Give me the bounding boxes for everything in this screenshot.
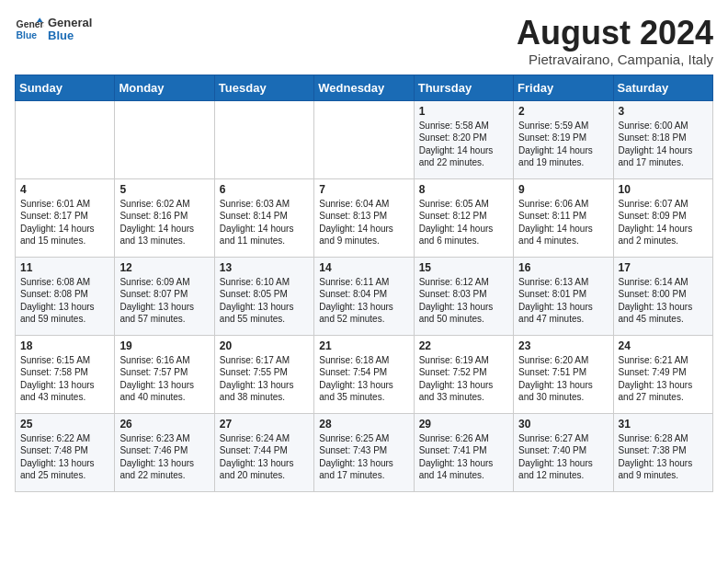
calendar-cell: 31Sunrise: 6:28 AM Sunset: 7:38 PM Dayli… bbox=[613, 413, 712, 491]
day-number: 6 bbox=[220, 183, 309, 196]
cell-content: Sunrise: 6:05 AM Sunset: 8:12 PM Dayligh… bbox=[419, 198, 508, 247]
cell-content: Sunrise: 6:06 AM Sunset: 8:11 PM Dayligh… bbox=[518, 198, 608, 247]
cell-content: Sunrise: 5:59 AM Sunset: 8:19 PM Dayligh… bbox=[518, 120, 608, 169]
day-number: 1 bbox=[419, 105, 508, 118]
day-number: 25 bbox=[20, 418, 109, 431]
calendar-cell: 18Sunrise: 6:15 AM Sunset: 7:58 PM Dayli… bbox=[16, 335, 115, 413]
calendar-cell bbox=[214, 100, 313, 178]
calendar-cell: 20Sunrise: 6:17 AM Sunset: 7:55 PM Dayli… bbox=[214, 335, 313, 413]
calendar-cell: 6Sunrise: 6:03 AM Sunset: 8:14 PM Daylig… bbox=[214, 178, 313, 257]
calendar-cell: 12Sunrise: 6:09 AM Sunset: 8:07 PM Dayli… bbox=[115, 257, 214, 335]
calendar-week-row: 1Sunrise: 5:58 AM Sunset: 8:20 PM Daylig… bbox=[16, 100, 713, 178]
cell-content: Sunrise: 6:21 AM Sunset: 7:49 PM Dayligh… bbox=[619, 354, 708, 404]
logo-text-general: General bbox=[48, 17, 92, 29]
cell-content: Sunrise: 6:25 AM Sunset: 7:43 PM Dayligh… bbox=[319, 432, 408, 482]
calendar-cell: 29Sunrise: 6:26 AM Sunset: 7:41 PM Dayli… bbox=[414, 413, 513, 491]
cell-content: Sunrise: 6:28 AM Sunset: 7:38 PM Dayligh… bbox=[619, 432, 708, 482]
day-number: 19 bbox=[119, 339, 209, 352]
day-number: 8 bbox=[419, 183, 508, 196]
day-number: 12 bbox=[119, 261, 209, 274]
weekday-header-row: SundayMondayTuesdayWednesdayThursdayFrid… bbox=[16, 75, 713, 100]
day-number: 7 bbox=[319, 183, 408, 196]
calendar-cell: 17Sunrise: 6:14 AM Sunset: 8:00 PM Dayli… bbox=[613, 257, 712, 335]
day-number: 14 bbox=[319, 261, 408, 274]
day-number: 23 bbox=[518, 339, 608, 352]
calendar-cell: 9Sunrise: 6:06 AM Sunset: 8:11 PM Daylig… bbox=[514, 178, 613, 257]
day-number: 9 bbox=[518, 183, 608, 196]
calendar-cell: 23Sunrise: 6:20 AM Sunset: 7:51 PM Dayli… bbox=[514, 335, 613, 413]
cell-content: Sunrise: 6:23 AM Sunset: 7:46 PM Dayligh… bbox=[119, 432, 209, 482]
cell-content: Sunrise: 6:08 AM Sunset: 8:08 PM Dayligh… bbox=[20, 276, 109, 326]
calendar-cell: 13Sunrise: 6:10 AM Sunset: 8:05 PM Dayli… bbox=[214, 257, 313, 335]
weekday-header-monday: Monday bbox=[115, 75, 214, 100]
calendar-cell: 7Sunrise: 6:04 AM Sunset: 8:13 PM Daylig… bbox=[314, 178, 414, 257]
calendar-cell: 3Sunrise: 6:00 AM Sunset: 8:18 PM Daylig… bbox=[613, 100, 712, 178]
day-number: 22 bbox=[419, 339, 508, 352]
calendar-cell: 11Sunrise: 6:08 AM Sunset: 8:08 PM Dayli… bbox=[16, 257, 115, 335]
day-number: 4 bbox=[20, 183, 109, 196]
calendar-cell: 19Sunrise: 6:16 AM Sunset: 7:57 PM Dayli… bbox=[115, 335, 214, 413]
day-number: 13 bbox=[220, 261, 309, 274]
day-number: 16 bbox=[518, 261, 608, 274]
calendar-cell: 8Sunrise: 6:05 AM Sunset: 8:12 PM Daylig… bbox=[414, 178, 513, 257]
cell-content: Sunrise: 6:14 AM Sunset: 8:00 PM Dayligh… bbox=[619, 276, 708, 326]
calendar-cell: 2Sunrise: 5:59 AM Sunset: 8:19 PM Daylig… bbox=[514, 100, 613, 178]
day-number: 29 bbox=[419, 418, 508, 431]
calendar-cell: 28Sunrise: 6:25 AM Sunset: 7:43 PM Dayli… bbox=[314, 413, 414, 491]
calendar-cell: 30Sunrise: 6:27 AM Sunset: 7:40 PM Dayli… bbox=[514, 413, 613, 491]
day-number: 17 bbox=[619, 261, 708, 274]
calendar-cell: 15Sunrise: 6:12 AM Sunset: 8:03 PM Dayli… bbox=[414, 257, 513, 335]
cell-content: Sunrise: 6:11 AM Sunset: 8:04 PM Dayligh… bbox=[319, 276, 408, 326]
calendar-cell bbox=[115, 100, 214, 178]
weekday-header-wednesday: Wednesday bbox=[314, 75, 414, 100]
logo-text-blue: Blue bbox=[48, 29, 92, 42]
calendar-week-row: 25Sunrise: 6:22 AM Sunset: 7:48 PM Dayli… bbox=[16, 413, 713, 491]
logo: General Blue General Blue bbox=[15, 15, 92, 44]
day-number: 26 bbox=[119, 418, 209, 431]
cell-content: Sunrise: 6:13 AM Sunset: 8:01 PM Dayligh… bbox=[518, 276, 608, 326]
cell-content: Sunrise: 6:17 AM Sunset: 7:55 PM Dayligh… bbox=[220, 354, 309, 404]
day-number: 31 bbox=[619, 418, 708, 431]
cell-content: Sunrise: 6:12 AM Sunset: 8:03 PM Dayligh… bbox=[419, 276, 508, 326]
title-block: August 2024 Pietravairano, Campania, Ita… bbox=[517, 15, 713, 67]
calendar-cell: 21Sunrise: 6:18 AM Sunset: 7:54 PM Dayli… bbox=[314, 335, 414, 413]
cell-content: Sunrise: 6:02 AM Sunset: 8:16 PM Dayligh… bbox=[119, 198, 209, 247]
cell-content: Sunrise: 6:20 AM Sunset: 7:51 PM Dayligh… bbox=[518, 354, 608, 404]
weekday-header-tuesday: Tuesday bbox=[214, 75, 313, 100]
day-number: 21 bbox=[319, 339, 408, 352]
calendar-cell bbox=[314, 100, 414, 178]
calendar-cell: 25Sunrise: 6:22 AM Sunset: 7:48 PM Dayli… bbox=[16, 413, 115, 491]
logo-icon: General Blue bbox=[15, 15, 44, 44]
calendar-cell bbox=[16, 100, 115, 178]
calendar-cell: 22Sunrise: 6:19 AM Sunset: 7:52 PM Dayli… bbox=[414, 335, 513, 413]
cell-content: Sunrise: 6:22 AM Sunset: 7:48 PM Dayligh… bbox=[20, 432, 109, 482]
cell-content: Sunrise: 6:18 AM Sunset: 7:54 PM Dayligh… bbox=[319, 354, 408, 404]
cell-content: Sunrise: 6:24 AM Sunset: 7:44 PM Dayligh… bbox=[220, 432, 309, 482]
calendar-cell: 26Sunrise: 6:23 AM Sunset: 7:46 PM Dayli… bbox=[115, 413, 214, 491]
weekday-header-friday: Friday bbox=[514, 75, 613, 100]
day-number: 24 bbox=[619, 339, 708, 352]
page-header: General Blue General Blue August 2024 Pi… bbox=[15, 15, 713, 67]
day-number: 2 bbox=[518, 105, 608, 118]
calendar-cell: 4Sunrise: 6:01 AM Sunset: 8:17 PM Daylig… bbox=[16, 178, 115, 257]
cell-content: Sunrise: 6:10 AM Sunset: 8:05 PM Dayligh… bbox=[220, 276, 309, 326]
day-number: 20 bbox=[220, 339, 309, 352]
calendar-week-row: 4Sunrise: 6:01 AM Sunset: 8:17 PM Daylig… bbox=[16, 178, 713, 257]
cell-content: Sunrise: 6:09 AM Sunset: 8:07 PM Dayligh… bbox=[119, 276, 209, 326]
calendar-week-row: 11Sunrise: 6:08 AM Sunset: 8:08 PM Dayli… bbox=[16, 257, 713, 335]
calendar-cell: 27Sunrise: 6:24 AM Sunset: 7:44 PM Dayli… bbox=[214, 413, 313, 491]
day-number: 30 bbox=[518, 418, 608, 431]
cell-content: Sunrise: 6:07 AM Sunset: 8:09 PM Dayligh… bbox=[619, 198, 708, 247]
cell-content: Sunrise: 6:19 AM Sunset: 7:52 PM Dayligh… bbox=[419, 354, 508, 404]
svg-text:Blue: Blue bbox=[17, 30, 38, 40]
day-number: 15 bbox=[419, 261, 508, 274]
weekday-header-thursday: Thursday bbox=[414, 75, 513, 100]
cell-content: Sunrise: 6:00 AM Sunset: 8:18 PM Dayligh… bbox=[619, 120, 708, 169]
location: Pietravairano, Campania, Italy bbox=[517, 52, 713, 67]
day-number: 11 bbox=[20, 261, 109, 274]
cell-content: Sunrise: 6:04 AM Sunset: 8:13 PM Dayligh… bbox=[319, 198, 408, 247]
weekday-header-sunday: Sunday bbox=[16, 75, 115, 100]
month-title: August 2024 bbox=[517, 15, 713, 52]
cell-content: Sunrise: 5:58 AM Sunset: 8:20 PM Dayligh… bbox=[419, 120, 508, 169]
calendar-cell: 5Sunrise: 6:02 AM Sunset: 8:16 PM Daylig… bbox=[115, 178, 214, 257]
